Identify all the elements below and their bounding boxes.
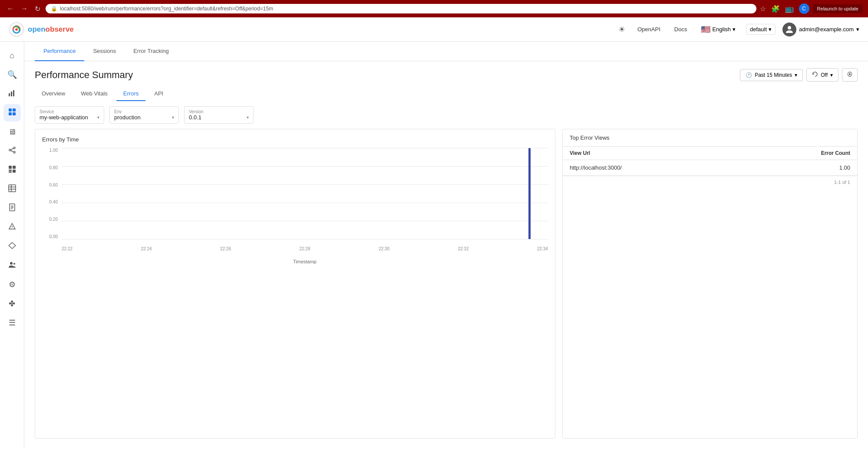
org-selector[interactable]: default ▾ [746, 24, 776, 35]
sidebar-item-dashboards[interactable] [3, 104, 21, 121]
sidebar-item-queue[interactable]: ☰ [3, 314, 21, 331]
address-bar[interactable]: 🔒 localhost:5080/web/rum/performance/err… [46, 4, 756, 13]
svg-rect-20 [13, 170, 16, 173]
svg-rect-19 [9, 171, 12, 173]
sidebar-item-reports[interactable] [3, 200, 21, 217]
user-info[interactable]: admin@example.com ▾ [782, 23, 859, 36]
chevron-down-icon: ▾ [733, 26, 736, 33]
tab-performance[interactable]: Performance [35, 42, 84, 61]
time-selector[interactable]: 🕐 Past 15 Minutes ▾ [740, 69, 803, 81]
service-filter-label: Service [40, 109, 99, 114]
sidebar-item-widgets[interactable] [3, 161, 21, 179]
tab-web-vitals[interactable]: Web Vitals [74, 87, 115, 101]
service-chevron-icon: ▾ [97, 115, 99, 120]
iam-icon [8, 261, 16, 271]
forward-button[interactable]: → [19, 3, 30, 14]
error-bar [528, 148, 531, 239]
y-label-20: 0.20 [50, 217, 58, 222]
inner-tabs: Overview Web Vitals Errors API [24, 85, 868, 101]
x-label-2222: 22:22 [62, 246, 73, 251]
star-icon[interactable]: ☆ [760, 5, 766, 13]
cast-icon[interactable]: 📺 [785, 5, 794, 13]
reload-button[interactable]: ↻ [33, 3, 42, 15]
panel-footer: 1-1 of 1 [563, 176, 857, 188]
x-label-2226: 22:26 [220, 246, 231, 251]
pagination-label: 1-1 of 1 [834, 180, 850, 185]
y-label-0: 0.00 [50, 234, 58, 239]
table-row[interactable]: http://localhost:3000/ 1.00 [563, 160, 857, 176]
x-label-2232: 22:32 [458, 246, 469, 251]
sidebar-item-share[interactable] [3, 142, 21, 160]
errors-by-time-panel: Errors by Time 1.00 0.80 0.60 0.40 0.20 … [35, 129, 555, 439]
share-icon [8, 146, 16, 156]
service-filter[interactable]: Service my-web-application ▾ [35, 106, 104, 124]
table-icon [8, 184, 16, 194]
url-text: localhost:5080/web/rum/performance/error… [60, 6, 273, 12]
sidebar-item-settings[interactable]: ⚙ [3, 276, 21, 293]
svg-rect-3 [9, 93, 10, 96]
main-body: ⌂ 🔍 [0, 42, 868, 449]
integrations-icon: ✤ [9, 299, 15, 308]
tab-overview[interactable]: Overview [35, 87, 72, 101]
page-header: Performance Summary 🕐 Past 15 Minutes ▾ [24, 61, 868, 85]
sidebar-item-logs[interactable]: 🖥 [3, 123, 21, 141]
x-label-2224: 22:24 [141, 246, 152, 251]
x-label-2228: 22:28 [299, 246, 310, 251]
logo-area: openobserve [9, 22, 74, 37]
x-axis-title: Timestamp [62, 259, 548, 264]
sidebar-item-metrics[interactable] [3, 85, 21, 102]
version-filter[interactable]: Version 0.0.1 ▾ [184, 106, 254, 124]
grid-line-100 [62, 148, 548, 148]
sidebar-item-search[interactable]: 🔍 [3, 66, 21, 83]
env-filter-value: production ▾ [114, 114, 174, 121]
sidebar-item-integrations[interactable]: ✤ [3, 295, 21, 312]
errors-chart-title: Errors by Time [42, 136, 548, 143]
widgets-icon [8, 165, 16, 175]
back-button[interactable]: ← [5, 3, 16, 14]
alerts-icon [8, 223, 16, 233]
relaunch-button[interactable]: Relaunch to update [813, 4, 863, 13]
refresh-selector[interactable]: Off ▾ [806, 68, 838, 82]
svg-point-13 [13, 151, 15, 153]
env-filter[interactable]: Env production ▾ [109, 106, 179, 124]
more-options-button[interactable] [842, 68, 858, 82]
profile-icon[interactable]: C [799, 3, 809, 14]
tab-sessions[interactable]: Sessions [84, 42, 125, 61]
language-selector[interactable]: 🇺🇸 English ▾ [697, 23, 739, 36]
settings-icon: ⚙ [9, 280, 16, 289]
extensions-icon[interactable]: 🧩 [771, 5, 780, 13]
grid-line-40 [62, 203, 548, 203]
service-filter-value: my-web-application ▾ [40, 114, 99, 121]
theme-toggle-button[interactable]: ☀ [617, 23, 627, 36]
pipeline-icon [8, 242, 16, 252]
col-count-header: Error Count [821, 150, 850, 156]
time-chevron-icon: ▾ [795, 72, 797, 78]
grid-line-0 [62, 239, 548, 239]
time-label: Past 15 Minutes [755, 72, 792, 78]
lock-icon: 🔒 [51, 6, 57, 12]
y-label-40: 0.40 [50, 200, 58, 204]
top-error-views-panel: Top Error Views View Url Error Count htt… [562, 129, 858, 439]
clock-icon: 🕐 [746, 72, 752, 78]
sidebar-item-table[interactable] [3, 180, 21, 198]
svg-rect-4 [11, 92, 12, 96]
docs-button[interactable]: Docs [671, 24, 691, 34]
app-container: openobserve ☀ OpenAPI Docs 🇺🇸 English ▾ … [0, 17, 868, 449]
svg-rect-16 [9, 166, 12, 169]
sidebar-item-alerts[interactable] [3, 219, 21, 236]
svg-rect-8 [13, 108, 16, 111]
tab-api[interactable]: API [147, 87, 170, 101]
openapi-button[interactable]: OpenAPI [634, 24, 664, 34]
browser-actions: ☆ 🧩 📺 C [760, 3, 809, 14]
grid-line-60 [62, 184, 548, 185]
sidebar-item-iam[interactable] [3, 257, 21, 274]
grid-line-80 [62, 166, 548, 167]
home-icon: ⌂ [10, 51, 14, 60]
sidebar-item-pipeline[interactable] [3, 238, 21, 255]
table-header: View Url Error Count [563, 147, 857, 160]
tab-errors[interactable]: Errors [116, 87, 145, 101]
panel-title: Top Error Views [563, 129, 857, 147]
y-label-80: 0.80 [50, 165, 58, 170]
tab-error-tracking[interactable]: Error Tracking [125, 42, 178, 61]
sidebar-item-home[interactable]: ⌂ [3, 47, 21, 64]
